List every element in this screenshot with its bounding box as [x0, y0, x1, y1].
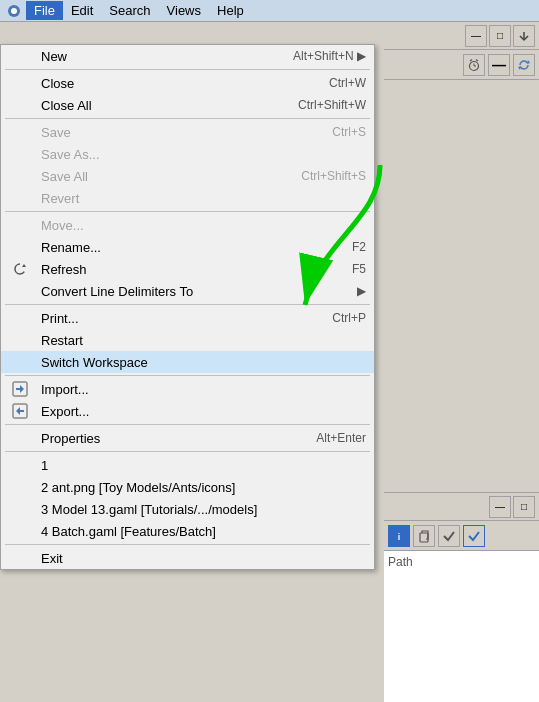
check-btn[interactable] [438, 525, 460, 547]
menu-bar: File Edit Search Views Help [0, 0, 539, 22]
separator-6 [5, 424, 370, 425]
menu-item-revert: Revert [1, 187, 374, 209]
file-dropdown: New Alt+Shift+N ▶ Close Ctrl+W Close All… [0, 44, 375, 570]
svg-marker-2 [22, 264, 26, 267]
menu-item-save-as: Save As... [1, 143, 374, 165]
separator-4 [5, 304, 370, 305]
menu-edit[interactable]: Edit [63, 1, 101, 20]
svg-marker-6 [16, 407, 24, 415]
import-icon [9, 378, 31, 400]
minus-btn[interactable]: — [488, 54, 510, 76]
menu-item-close[interactable]: Close Ctrl+W [1, 72, 374, 94]
refresh-icon [9, 258, 31, 280]
separator-5 [5, 375, 370, 376]
separator-1 [5, 69, 370, 70]
menu-help[interactable]: Help [209, 1, 252, 20]
app-icon [6, 3, 22, 19]
svg-text:i: i [398, 532, 401, 542]
svg-marker-4 [16, 385, 24, 393]
alarm-btn[interactable] [463, 54, 485, 76]
maximize-bottom-btn[interactable]: □ [513, 496, 535, 518]
svg-point-1 [11, 8, 17, 14]
menu-item-switch-workspace[interactable]: Switch Workspace [1, 351, 374, 373]
menu-item-refresh[interactable]: Refresh F5 [1, 258, 374, 280]
separator-3 [5, 211, 370, 212]
menu-item-recent-2[interactable]: 2 ant.png [Toy Models/Ants/icons] [1, 476, 374, 498]
menu-views[interactable]: Views [159, 1, 209, 20]
menu-item-rename[interactable]: Rename... F2 [1, 236, 374, 258]
menu-file[interactable]: File [26, 1, 63, 20]
restore-btn[interactable] [513, 25, 535, 47]
sync-btn[interactable] [513, 54, 535, 76]
svg-rect-12 [420, 533, 428, 542]
maximize-btn[interactable]: □ [489, 25, 511, 47]
menu-item-recent-4[interactable]: 4 Batch.gaml [Features/Batch] [1, 520, 374, 542]
menu-item-close-all[interactable]: Close All Ctrl+Shift+W [1, 94, 374, 116]
separator-2 [5, 118, 370, 119]
check2-btn[interactable] [463, 525, 485, 547]
menu-item-import[interactable]: Import... [1, 378, 374, 400]
separator-7 [5, 451, 370, 452]
menu-item-properties[interactable]: Properties Alt+Enter [1, 427, 374, 449]
menu-item-print[interactable]: Print... Ctrl+P [1, 307, 374, 329]
copy-btn[interactable] [413, 525, 435, 547]
menu-item-new[interactable]: New Alt+Shift+N ▶ [1, 45, 374, 67]
export-icon [9, 400, 31, 422]
minimize-btn[interactable]: — [465, 25, 487, 47]
menu-item-move: Move... [1, 214, 374, 236]
menu-search[interactable]: Search [101, 1, 158, 20]
separator-8 [5, 544, 370, 545]
menu-item-save: Save Ctrl+S [1, 121, 374, 143]
menu-item-export[interactable]: Export... [1, 400, 374, 422]
menu-item-recent-1[interactable]: 1 [1, 454, 374, 476]
minimize-bottom-btn[interactable]: — [489, 496, 511, 518]
path-label: Path [388, 555, 413, 569]
menu-item-recent-3[interactable]: 3 Model 13.gaml [Tutorials/.../models] [1, 498, 374, 520]
menu-item-save-all: Save All Ctrl+Shift+S [1, 165, 374, 187]
info-btn[interactable]: i [388, 525, 410, 547]
menu-item-restart[interactable]: Restart [1, 329, 374, 351]
main-area: New Alt+Shift+N ▶ Close Ctrl+W Close All… [0, 22, 539, 702]
menu-item-convert[interactable]: Convert Line Delimiters To ▶ [1, 280, 374, 302]
menu-item-exit[interactable]: Exit [1, 547, 374, 569]
